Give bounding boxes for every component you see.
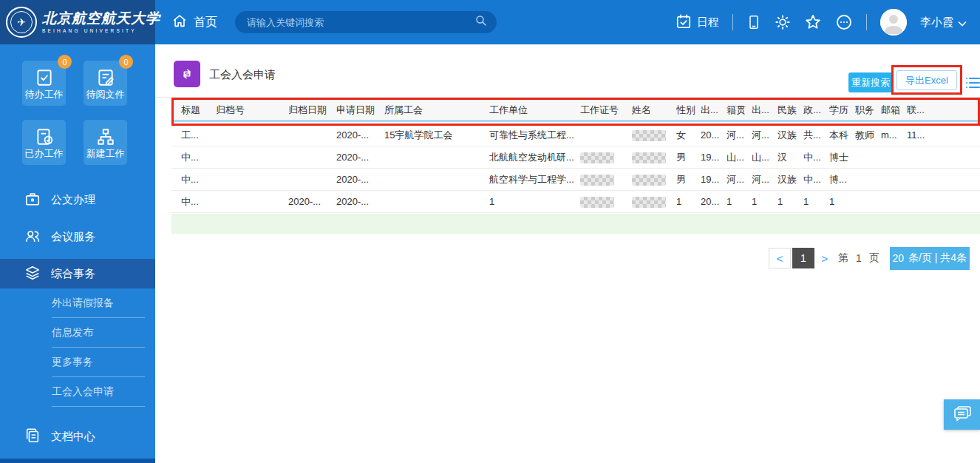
nav-home[interactable]: 首页 xyxy=(171,0,217,44)
table-cell xyxy=(632,173,676,185)
sidebar-item-label: 公文办理 xyxy=(51,193,95,207)
table-cell: 可靠性与系统工程... xyxy=(489,129,580,142)
submenu-item-leave-report[interactable]: 外出请假报备 xyxy=(52,288,145,318)
submenu-item-union-application[interactable]: 工会入会申请 xyxy=(52,377,145,407)
table-cell: 11... xyxy=(907,129,939,141)
table-cell: 1 xyxy=(727,196,752,207)
sidebar-item-label: 综合事务 xyxy=(51,267,95,281)
table-cell: 教师 xyxy=(855,129,881,142)
redacted-value xyxy=(632,130,666,141)
table-cell: 河... xyxy=(752,129,777,142)
more-options-icon[interactable] xyxy=(835,13,853,31)
column-header[interactable]: 出... xyxy=(701,104,727,117)
redacted-value xyxy=(632,197,666,208)
global-search[interactable] xyxy=(235,11,497,33)
header-divider xyxy=(732,14,733,30)
table-cell: 1 xyxy=(752,196,777,207)
tile-documents-to-read[interactable]: 待阅文件 xyxy=(84,61,127,106)
table-cell xyxy=(580,151,632,163)
prev-page-button[interactable]: < xyxy=(769,248,791,268)
chat-button[interactable] xyxy=(944,399,980,430)
column-header[interactable]: 所属工会 xyxy=(384,104,489,117)
table-cell: 工... xyxy=(181,129,216,142)
column-header[interactable]: 申请日期 xyxy=(336,104,384,117)
column-header[interactable]: 标题 xyxy=(181,104,216,117)
sidebar-item-document-processing[interactable]: 公文办理 xyxy=(0,185,155,214)
chat-bubble-icon xyxy=(953,405,972,425)
university-emblem-icon: ✈ xyxy=(6,7,37,38)
table-cell: 女 xyxy=(676,129,701,142)
redacted-value xyxy=(580,152,614,163)
per-page-selector[interactable]: 20 条/页 | 共4条 xyxy=(890,247,970,270)
column-header[interactable]: 工作证号 xyxy=(580,104,632,117)
table-cell: 博... xyxy=(829,173,855,186)
sidebar-item-general-affairs[interactable]: 综合事务 xyxy=(0,259,155,288)
table-cell: 2020-... xyxy=(336,174,384,185)
submenu-label: 信息发布 xyxy=(52,326,93,339)
page-indicator: 第 1 页 xyxy=(838,251,879,265)
page-title: 工会入会申请 xyxy=(209,68,276,82)
university-logo: ✈ 北京航空航天大学 BEIHANG UNIVERSITY xyxy=(0,0,155,44)
table-cell: 汉族 xyxy=(777,129,803,142)
page-number-input[interactable]: 1 xyxy=(856,252,862,264)
column-header[interactable]: 性别 xyxy=(676,104,701,117)
sidebar-item-label: 会议服务 xyxy=(51,230,95,244)
table-cell: 山... xyxy=(727,151,752,164)
research-button[interactable]: 重新搜索 xyxy=(848,72,893,92)
search-icon[interactable] xyxy=(474,14,488,30)
column-header[interactable]: 政... xyxy=(803,104,829,117)
table-cell: 北航航空发动机研... xyxy=(489,151,580,164)
column-header[interactable]: 出... xyxy=(752,104,777,117)
table-body: 工...2020-...15宇航学院工会可靠性与系统工程...女20...河..… xyxy=(171,124,980,213)
submenu-item-more-affairs[interactable]: 更多事务 xyxy=(52,348,145,377)
list-view-icon[interactable] xyxy=(965,76,980,92)
schedule-button[interactable]: 日程 xyxy=(676,13,719,32)
column-header[interactable]: 民族 xyxy=(777,104,803,117)
gear-icon[interactable] xyxy=(775,14,791,30)
tile-completed-work[interactable]: 已办工作 xyxy=(22,120,66,165)
logo-subtitle: BEIHANG UNIVERSITY xyxy=(42,28,160,33)
column-header[interactable]: 邮箱 xyxy=(881,104,907,117)
column-header[interactable]: 学历 xyxy=(829,104,855,117)
export-excel-button[interactable]: 导出Excel xyxy=(896,70,957,90)
column-header[interactable]: 归档号 xyxy=(216,104,288,117)
user-menu[interactable]: 李小霞 xyxy=(920,16,967,30)
column-header[interactable]: 姓名 xyxy=(632,104,676,117)
column-header[interactable]: 职务 xyxy=(855,104,881,117)
column-header[interactable]: 籍贯 xyxy=(727,104,752,117)
table-row[interactable]: 工...2020-...15宇航学院工会可靠性与系统工程...女20...河..… xyxy=(171,124,980,146)
page-prefix: 第 xyxy=(838,251,848,265)
table-cell: 2020-... xyxy=(336,196,384,207)
sidebar-item-document-center[interactable]: 文档中心 xyxy=(0,422,155,451)
column-header[interactable]: 归档日期 xyxy=(288,104,336,117)
tile-label: 待办工作 xyxy=(25,88,64,101)
table-cell: m... xyxy=(881,129,907,141)
tile-todo-work[interactable]: 待办工作 xyxy=(22,61,66,106)
tile-label: 新建工作 xyxy=(86,147,125,160)
table-row[interactable]: 中...2020-...2020-...1120...11111 xyxy=(171,191,980,213)
redacted-value xyxy=(580,197,614,208)
submenu-item-info-publish[interactable]: 信息发布 xyxy=(52,318,145,348)
table-cell: 本科 xyxy=(829,129,855,142)
tile-new-work[interactable]: 新建工作 xyxy=(84,120,127,165)
table-row[interactable]: 中...2020-...北航航空发动机研...男19...山...山...汉中.… xyxy=(171,146,980,169)
star-icon[interactable] xyxy=(804,13,822,31)
per-page-value: 20 xyxy=(892,252,904,264)
mobile-icon[interactable] xyxy=(746,14,761,30)
next-page-button[interactable]: > xyxy=(814,248,835,268)
current-page-button[interactable]: 1 xyxy=(792,248,814,268)
home-label: 首页 xyxy=(194,15,217,30)
column-header[interactable]: 工作单位 xyxy=(489,104,580,117)
table-cell: 中... xyxy=(803,173,829,186)
table-cell: 15宇航学院工会 xyxy=(384,129,489,142)
sidebar-item-meeting-service[interactable]: 会议服务 xyxy=(0,222,155,251)
table-cell: 航空科学与工程学... xyxy=(489,173,580,186)
page-suffix: 页 xyxy=(869,251,879,265)
column-header[interactable]: 联... xyxy=(907,104,939,117)
table-cell: 中... xyxy=(181,195,216,209)
table-cell: 山... xyxy=(752,151,777,164)
search-input[interactable] xyxy=(247,17,474,28)
avatar[interactable] xyxy=(880,9,907,36)
sidebar-bottom-strip xyxy=(0,459,155,463)
table-row[interactable]: 中...2020-...航空科学与工程学...男19...河...河...汉族中… xyxy=(171,169,980,191)
